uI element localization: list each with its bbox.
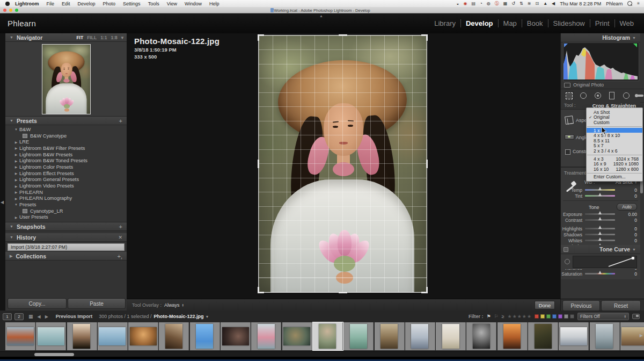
slider-track[interactable] [585, 195, 615, 197]
crop-handle-bottom-left[interactable] [258, 287, 264, 293]
crop-handle-top-left[interactable] [258, 34, 264, 41]
tone-curve-header[interactable]: Tone Curve ▼ [561, 245, 640, 254]
menubar-item-develop[interactable]: Develop [78, 1, 96, 6]
filmstrip-thumb-pink-dress[interactable] [251, 322, 281, 350]
slider-track[interactable] [585, 219, 615, 221]
updown-arrows-icon[interactable]: ⇅ [519, 2, 523, 6]
slider-track[interactable] [585, 228, 615, 229]
preset-item[interactable]: ▼Presets [5, 201, 127, 208]
primary-monitor-button[interactable]: 1 [3, 313, 12, 320]
s-badge-icon[interactable]: Ⓢ [495, 2, 499, 6]
navigator-preview[interactable]: FIT FILL 1:1 1:8 ▾ [5, 42, 127, 117]
tool-overlay-value[interactable]: Always [164, 302, 180, 308]
navigator-thumbnail[interactable] [42, 44, 91, 114]
filmstrip-thumb-sunset-figure[interactable] [497, 322, 528, 350]
targeted-adjustment-icon[interactable] [565, 259, 570, 264]
done-button[interactable]: Done [535, 301, 555, 309]
preset-disclosure-icon[interactable]: ▶ [14, 159, 18, 163]
filmstrip-thumb-camo-texture[interactable] [528, 322, 558, 350]
slider-track[interactable] [585, 234, 615, 235]
slider-thumb[interactable] [598, 187, 602, 190]
constrain-checkbox[interactable] [565, 149, 570, 155]
preset-item[interactable]: ▶Lightroom Color Presets [5, 164, 127, 170]
record-badge-icon[interactable]: ◉ [463, 2, 467, 6]
menubar-item-lightroom[interactable]: Lightroom [15, 1, 39, 6]
slider-thumb[interactable] [598, 217, 602, 220]
preset-item[interactable]: ▶Lightroom Effect Presets [5, 170, 127, 177]
history-item[interactable]: Import (3/8/18 2:27:07 PM) [8, 243, 125, 251]
aspect-option-8-5-x-11[interactable]: 8.5 x 11 [587, 138, 642, 143]
collections-add-icon[interactable]: +, [118, 253, 122, 259]
crop-handle-left[interactable] [258, 160, 259, 168]
grid-badge-icon[interactable]: ▦ [503, 2, 508, 6]
menubar-item-window[interactable]: Window [185, 1, 202, 6]
rating-star-icon[interactable]: ★ [508, 314, 512, 319]
zoom-fit[interactable]: FIT [76, 35, 83, 40]
slider-thumb[interactable] [598, 232, 602, 235]
aspect-option-original[interactable]: ✓Original [587, 115, 642, 120]
slider-thumb[interactable] [598, 271, 602, 274]
aspect-option-16-x-9[interactable]: 16 x 91920 x 1080 [587, 161, 642, 167]
aspect-option-1-x-1[interactable]: 1 x 1 [587, 128, 642, 133]
module-slideshow[interactable]: Slideshow [548, 19, 590, 27]
aspect-option-5-x-7[interactable]: 5 x 7 [587, 143, 642, 149]
preset-disclosure-icon[interactable]: ▶ [14, 184, 18, 188]
menubar-item-edit[interactable]: Edit [62, 1, 70, 6]
presets-disclosure-icon[interactable]: ▼ [10, 119, 13, 122]
crop-handle-right[interactable] [426, 160, 428, 168]
aspect-option-4-x-5-8-x-10[interactable]: 4 x 5 / 8 x 10 [587, 133, 642, 138]
filmstrip-thumb-boy-white-shirt[interactable] [405, 322, 435, 350]
clock-badge-icon[interactable]: ◔ [480, 2, 482, 6]
aspect-option-4-x-3[interactable]: 4 x 31024 x 768 [587, 156, 642, 162]
histogram-disclosure-icon[interactable]: ▼ [632, 36, 636, 40]
module-map[interactable]: Map [499, 19, 522, 27]
color-label-chip[interactable] [546, 314, 551, 319]
filmstrip-thumb-golden-gate-bridge[interactable] [5, 322, 35, 350]
airplay-icon[interactable]: ⊡ [535, 2, 539, 6]
crop-handle-top-right[interactable] [421, 34, 428, 41]
presets-add-icon[interactable]: + [119, 118, 122, 124]
bell-icon[interactable]: ◍ [487, 2, 491, 6]
preset-item[interactable]: ▶PHLEARN [5, 189, 127, 196]
tone-curve-thumbnail[interactable] [573, 256, 637, 268]
copy-button[interactable]: Copy... [8, 298, 67, 309]
history-header[interactable]: ▼ History ✕ [5, 233, 127, 242]
preset-item[interactable]: B&W Cyanotype [5, 133, 127, 139]
grid-view-icon[interactable]: ▦ [28, 314, 33, 319]
apple-menu-icon[interactable] [5, 2, 10, 6]
crop-frame-icon[interactable] [565, 115, 574, 125]
preset-item[interactable]: ▶PHLEARN Lomography [5, 196, 127, 202]
crop-handle-bottom-right[interactable] [421, 287, 428, 293]
rating-star-icon[interactable]: ★ [517, 314, 522, 319]
histogram-graph[interactable] [563, 42, 639, 81]
paste-button[interactable]: Paste [68, 298, 126, 309]
preset-item[interactable]: ▶User Presets [5, 214, 127, 221]
zoom-fill[interactable]: FILL [87, 35, 97, 40]
radial-filter-tool-icon[interactable] [622, 91, 631, 100]
zoom-1-1[interactable]: 1:1 [100, 35, 107, 40]
filmstrip-thumb-smiling-man[interactable] [282, 322, 312, 350]
menubar-item-help[interactable]: Help [209, 1, 219, 6]
color-label-chip[interactable] [540, 314, 545, 319]
menubar-item-tools[interactable]: Tools [148, 1, 159, 6]
preset-item[interactable]: ▶Lightroom B&W Toned Presets [5, 157, 127, 164]
presets-header[interactable]: ▼ Presets + [5, 117, 127, 125]
color-label-chip[interactable] [535, 314, 539, 319]
filmstrip-thumb-moody-portrait[interactable] [221, 322, 251, 350]
rating-star-icon[interactable]: ★ [513, 314, 517, 319]
rating-operator[interactable]: ≥ [502, 314, 504, 319]
slider-track[interactable] [585, 213, 615, 215]
rating-star-icon[interactable]: ★ [527, 314, 531, 319]
go-forward-icon[interactable]: ▶ [45, 314, 48, 319]
preset-disclosure-icon[interactable]: ▼ [14, 203, 18, 206]
preset-item[interactable]: ▶Lightroom Video Presets [5, 183, 127, 189]
slider-thumb[interactable] [598, 211, 602, 214]
aspect-option-16-x-10[interactable]: 16 x 101280 x 800 [587, 167, 642, 172]
module-print[interactable]: Print [590, 19, 615, 27]
preset-item[interactable]: ▶LRE [5, 139, 127, 145]
filmstrip-thumb-piano-room[interactable] [159, 322, 189, 350]
crop-tool-icon[interactable] [565, 91, 574, 100]
filmstrip-thumb-boy-with-camera[interactable] [559, 322, 589, 350]
color-label-filters[interactable] [535, 314, 574, 319]
preset-item[interactable]: ▶Lightroom B&W Filter Presets [5, 145, 127, 151]
